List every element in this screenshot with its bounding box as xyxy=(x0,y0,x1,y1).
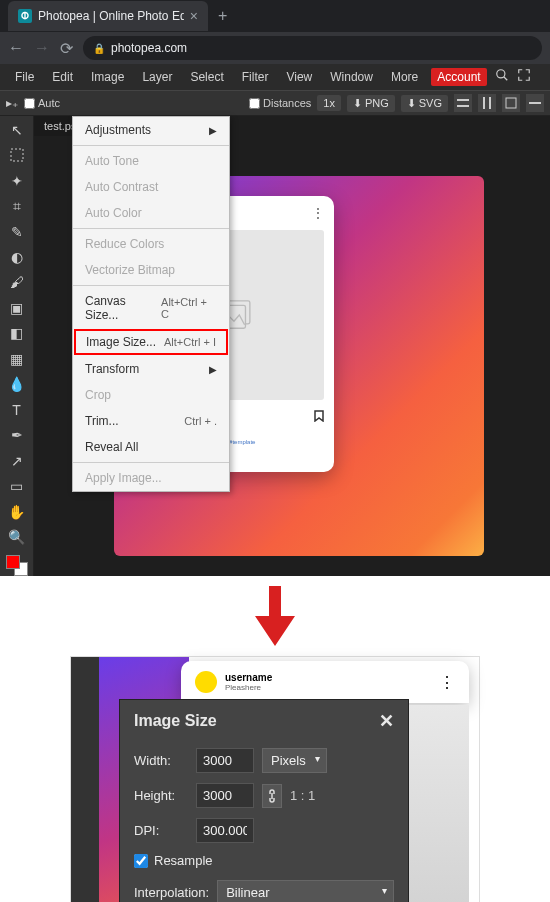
align-icon-4[interactable] xyxy=(526,94,544,112)
result-screenshot: username Pleashere ⋮ Image Size ✕ Width:… xyxy=(70,656,480,902)
svg-rect-6 xyxy=(506,98,516,108)
menu-window[interactable]: Window xyxy=(321,64,382,90)
type-tool[interactable]: T xyxy=(7,400,27,419)
zoom-toggle[interactable]: 1x xyxy=(317,95,341,111)
new-tab-button[interactable]: + xyxy=(208,7,237,25)
image-menu-dropdown: Adjustments▶ Auto Tone Auto Contrast Aut… xyxy=(72,116,230,492)
avatar xyxy=(195,671,217,693)
reload-button[interactable]: ⟳ xyxy=(60,39,73,58)
menu-vectorize-bitmap[interactable]: Vectorize Bitmap xyxy=(73,257,229,283)
constrain-proportions-button[interactable] xyxy=(262,784,282,808)
menu-trim[interactable]: Trim...Ctrl + . xyxy=(73,408,229,434)
svg-point-0 xyxy=(496,70,504,78)
aspect-ratio: 1 : 1 xyxy=(290,788,315,803)
color-swatch[interactable] xyxy=(6,555,28,576)
wand-tool[interactable]: ✦ xyxy=(7,171,27,190)
brush-tool[interactable]: 🖌 xyxy=(7,273,27,292)
bookmark-icon xyxy=(314,408,324,426)
menu-image[interactable]: Image xyxy=(82,64,133,90)
heal-tool[interactable]: ◐ xyxy=(7,247,27,266)
menu-layer[interactable]: Layer xyxy=(133,64,181,90)
units-select[interactable]: Pixels xyxy=(262,748,327,773)
gradient-tool[interactable]: ▦ xyxy=(7,349,27,368)
address-bar[interactable]: 🔒 photopea.com xyxy=(83,36,542,60)
ss2-location: Pleashere xyxy=(225,683,272,692)
resample-checkbox[interactable]: Resample xyxy=(134,853,394,868)
menu-auto-tone[interactable]: Auto Tone xyxy=(73,148,229,174)
options-toolbar: ▸₊ Autc Distances 1x ⬇PNG ⬇SVG xyxy=(0,90,550,116)
browser-tab[interactable]: ⵀ Photopea | Online Photo Editor × xyxy=(8,1,208,31)
menu-adjustments[interactable]: Adjustments▶ xyxy=(73,117,229,143)
align-icon-1[interactable] xyxy=(454,94,472,112)
eraser-tool[interactable]: ◧ xyxy=(7,324,27,343)
svg-rect-7 xyxy=(529,102,541,104)
lock-icon: 🔒 xyxy=(93,43,105,54)
menu-transform[interactable]: Transform▶ xyxy=(73,356,229,382)
account-button[interactable]: Account xyxy=(431,68,486,86)
menu-image-size[interactable]: Image Size...Alt+Ctrl + I xyxy=(74,329,228,355)
dpi-input[interactable] xyxy=(196,818,254,843)
photopea-favicon: ⵀ xyxy=(18,9,32,23)
menu-edit[interactable]: Edit xyxy=(43,64,82,90)
dialog-close-button[interactable]: ✕ xyxy=(379,710,394,732)
forward-button[interactable]: → xyxy=(34,39,50,57)
move-tool[interactable]: ↖ xyxy=(7,120,27,139)
marquee-tool[interactable] xyxy=(7,145,27,164)
link-icon xyxy=(267,789,277,803)
post-more-icon: ⋮ xyxy=(312,206,324,220)
menu-crop[interactable]: Crop xyxy=(73,382,229,408)
svg-rect-3 xyxy=(457,105,469,107)
width-input[interactable] xyxy=(196,748,254,773)
pen-tool[interactable]: ✒ xyxy=(7,425,27,444)
svg-rect-4 xyxy=(483,97,485,109)
ss2-username: username xyxy=(225,672,272,683)
menu-auto-color[interactable]: Auto Color xyxy=(73,200,229,226)
crop-tool[interactable]: ⌗ xyxy=(7,196,27,215)
tools-panel: ↖ ✦ ⌗ ✎ ◐ 🖌 ▣ ◧ ▦ 💧 T ✒ ↗ ▭ ✋ 🔍 xyxy=(0,116,34,576)
menu-apply-image[interactable]: Apply Image... xyxy=(73,465,229,491)
align-icon-3[interactable] xyxy=(502,94,520,112)
menu-file[interactable]: File xyxy=(6,64,43,90)
menu-more[interactable]: More xyxy=(382,64,427,90)
menu-reveal-all[interactable]: Reveal All xyxy=(73,434,229,460)
menu-select[interactable]: Select xyxy=(181,64,232,90)
blur-tool[interactable]: 💧 xyxy=(7,375,27,394)
width-label: Width: xyxy=(134,753,188,768)
close-tab-icon[interactable]: × xyxy=(190,8,198,24)
interpolation-select[interactable]: Bilinear xyxy=(217,880,394,902)
path-tool[interactable]: ↗ xyxy=(7,451,27,470)
svg-rect-8 xyxy=(11,149,23,161)
dialog-title: Image Size xyxy=(134,712,217,730)
svg-rect-5 xyxy=(489,97,491,109)
ss2-post-header: username Pleashere ⋮ xyxy=(181,661,469,703)
fullscreen-icon[interactable] xyxy=(517,68,531,86)
menu-auto-contrast[interactable]: Auto Contrast xyxy=(73,174,229,200)
search-icon[interactable] xyxy=(495,68,509,86)
tab-title: Photopea | Online Photo Editor xyxy=(38,9,184,23)
zoom-tool[interactable]: 🔍 xyxy=(7,527,27,546)
eyedropper-tool[interactable]: ✎ xyxy=(7,222,27,241)
menu-view[interactable]: View xyxy=(277,64,321,90)
export-svg-button[interactable]: ⬇SVG xyxy=(401,95,448,112)
distances-checkbox[interactable]: Distances xyxy=(249,97,311,109)
shape-tool[interactable]: ▭ xyxy=(7,476,27,495)
back-button[interactable]: ← xyxy=(8,39,24,57)
interpolation-label: Interpolation: xyxy=(134,885,209,900)
svg-rect-2 xyxy=(457,99,469,101)
height-input[interactable] xyxy=(196,783,254,808)
hand-tool[interactable]: ✋ xyxy=(7,502,27,521)
height-label: Height: xyxy=(134,788,188,803)
menu-reduce-colors[interactable]: Reduce Colors xyxy=(73,231,229,257)
image-size-dialog: Image Size ✕ Width: Pixels Height: 1 : 1… xyxy=(119,699,409,902)
menu-canvas-size[interactable]: Canvas Size...Alt+Ctrl + C xyxy=(73,288,229,328)
svg-line-1 xyxy=(503,77,507,81)
clone-tool[interactable]: ▣ xyxy=(7,298,27,317)
auto-select-checkbox[interactable]: Autc xyxy=(24,97,60,109)
menu-filter[interactable]: Filter xyxy=(233,64,278,90)
move-tool-indicator: ▸₊ xyxy=(6,96,18,110)
app-menu-bar: File Edit Image Layer Select Filter View… xyxy=(0,64,550,90)
dpi-label: DPI: xyxy=(134,823,188,838)
export-png-button[interactable]: ⬇PNG xyxy=(347,95,395,112)
align-icon-2[interactable] xyxy=(478,94,496,112)
ss2-tools-panel xyxy=(71,657,99,902)
